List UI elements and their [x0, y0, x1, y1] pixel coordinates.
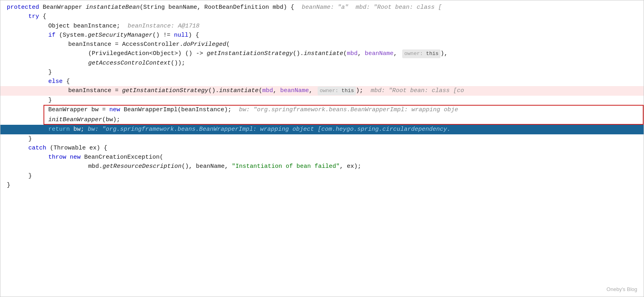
- owner-hint: owner: this: [318, 87, 356, 95]
- code-line-5: beanInstance = AccessController. doPrivi…: [0, 40, 644, 49]
- code-text: BeanWrapper: [39, 3, 86, 12]
- param-beanname: beanName: [365, 49, 393, 58]
- code-text: ().: [208, 86, 219, 95]
- method-name: getInstantiationStrategy: [122, 86, 208, 95]
- code-text: (PrivilegedAction<Object>) () ->: [88, 49, 207, 58]
- code-line-7: getAccessControlContext ());: [0, 59, 644, 68]
- debug-hint: beanName: "a" mbd: "Root bean: class [: [302, 3, 442, 12]
- method-name: initBeanWrapper: [48, 115, 102, 124]
- owner-hint: owner: this: [402, 49, 441, 58]
- code-text: (bw);: [102, 115, 120, 124]
- code-line-14: return bw; bw: "org.springframework.bean…: [0, 125, 644, 134]
- code-text: }: [28, 171, 32, 181]
- code-text: ,: [393, 49, 401, 58]
- param-beanname: beanName: [280, 86, 309, 95]
- string-literal: "Instantiation of bean failed": [232, 162, 340, 171]
- code-line-11: }: [0, 96, 644, 105]
- code-viewer: protected BeanWrapper instantiateBean (S…: [0, 0, 644, 297]
- code-text: ().: [293, 49, 304, 58]
- boxed-code-section: BeanWrapper bw = new BeanWrapperImpl(bea…: [0, 105, 644, 125]
- debug-hint: bw: "org.springframework.beans.BeanWrapp…: [239, 105, 458, 114]
- code-text: (: [259, 86, 262, 95]
- keyword-return: return: [48, 125, 70, 134]
- code-line-8: }: [0, 68, 644, 77]
- code-text: BeanWrapper bw =: [48, 105, 109, 114]
- keyword-throw: throw: [48, 153, 66, 162]
- keyword-try: try: [28, 12, 39, 21]
- code-text: ,: [358, 49, 365, 58]
- method-name: doPrivileged: [183, 40, 226, 49]
- code-text: [66, 153, 70, 162]
- code-line-13: initBeanWrapper (bw);: [0, 115, 644, 125]
- code-line-15: }: [0, 134, 644, 144]
- code-text: (), beanName,: [182, 162, 232, 171]
- code-line-16: catch (Throwable ex) {: [0, 144, 644, 153]
- code-text: (Throwable ex) {: [46, 144, 107, 153]
- code-text: }: [7, 181, 10, 190]
- keyword-protected: protected: [7, 3, 39, 12]
- code-line-20: }: [0, 181, 644, 190]
- keyword-if: if: [48, 31, 55, 40]
- code-text: BeanWrapperImpl(beanInstance);: [120, 105, 235, 114]
- code-text: BeanCreationException(: [81, 153, 163, 162]
- code-text: {: [63, 77, 70, 86]
- method-name: getAccessControlContext: [88, 59, 171, 68]
- code-text: ) {: [188, 31, 199, 40]
- code-text: (String beanName, RootBeanDefinition mbd…: [140, 3, 298, 12]
- code-line-19: }: [0, 171, 644, 181]
- code-line-3: Object beanInstance; beanInstance: A@171…: [0, 22, 644, 31]
- code-text: ,: [273, 86, 280, 95]
- code-line-6: (PrivilegedAction<Object>) () -> getInst…: [0, 49, 644, 58]
- footer-text: Oneby's Blog: [606, 285, 637, 293]
- debug-hint: bw: "org.springframework.beans.BeanWrapp…: [88, 125, 450, 134]
- keyword-else: else: [48, 77, 63, 86]
- code-text: ,: [309, 86, 316, 95]
- method-name: getResourceDescription: [103, 162, 182, 171]
- code-text: }: [48, 96, 52, 105]
- method-name: instantiate: [219, 86, 259, 95]
- method-name: getSecurityManager: [88, 31, 152, 40]
- code-line-9: else {: [0, 77, 644, 86]
- code-line-12: BeanWrapper bw = new BeanWrapperImpl(bea…: [0, 105, 644, 115]
- code-line-2: try {: [0, 12, 644, 21]
- code-text: , ex);: [340, 162, 361, 171]
- code-line-17: throw new BeanCreationException(: [0, 153, 644, 162]
- code-text: beanInstance = AccessController.: [68, 40, 183, 49]
- code-text: (: [343, 49, 347, 58]
- keyword-catch: catch: [28, 144, 46, 153]
- code-text: (: [226, 40, 230, 49]
- code-text: }: [28, 134, 32, 144]
- code-text: ),: [441, 49, 448, 58]
- code-line-4: if (System. getSecurityManager () != nul…: [0, 31, 644, 40]
- code-text: beanInstance =: [68, 86, 122, 95]
- method-name: instantiateBean: [86, 3, 140, 12]
- code-text: mbd.: [88, 162, 103, 171]
- code-text: }: [48, 68, 52, 77]
- keyword-null: null: [174, 31, 188, 40]
- code-text: () !=: [152, 31, 174, 40]
- debug-hint: beanInstance: A@1718: [128, 22, 200, 31]
- keyword-new: new: [109, 105, 120, 114]
- param-mbd: mbd: [262, 86, 273, 95]
- code-text: bw;: [70, 125, 88, 134]
- method-name: instantiate: [304, 49, 343, 58]
- param-mbd: mbd: [347, 49, 358, 58]
- code-line-1: protected BeanWrapper instantiateBean (S…: [0, 3, 644, 12]
- code-text: Object beanInstance;: [48, 22, 124, 31]
- debug-hint: mbd: "Root bean: class [co: [371, 86, 464, 95]
- code-text: {: [39, 12, 46, 21]
- code-line-10: beanInstance = getInstantiationStrategy …: [0, 86, 644, 95]
- code-text: );: [356, 86, 367, 95]
- code-text: (System.: [55, 31, 88, 40]
- keyword-new: new: [70, 153, 81, 162]
- code-line-18: mbd. getResourceDescription (), beanName…: [0, 162, 644, 171]
- code-text: ());: [171, 59, 185, 68]
- method-name: getInstantiationStrategy: [207, 49, 293, 58]
